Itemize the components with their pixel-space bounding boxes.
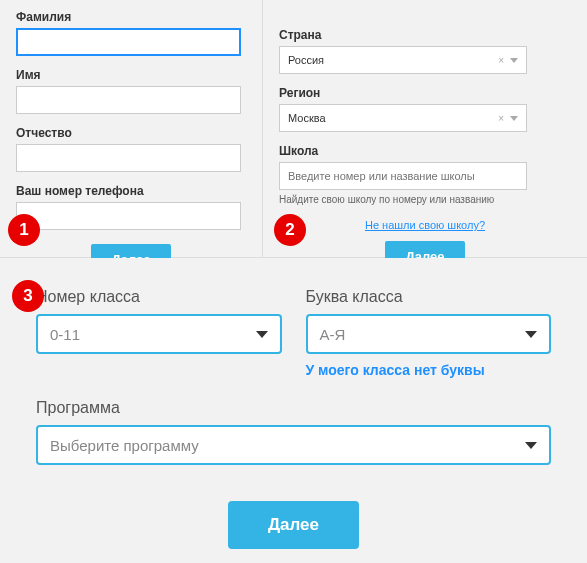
region-select[interactable]: Москва × bbox=[279, 104, 527, 132]
region-value: Москва bbox=[288, 112, 326, 124]
chevron-down-icon bbox=[510, 116, 518, 121]
last-name-label: Фамилия bbox=[16, 10, 246, 24]
school-label: Школа bbox=[279, 144, 571, 158]
class-number-select[interactable]: 0-11 bbox=[36, 314, 282, 354]
last-name-input[interactable] bbox=[16, 28, 241, 56]
phone-label: Ваш номер телефона bbox=[16, 184, 246, 198]
no-letter-link[interactable]: У моего класса нет буквы bbox=[306, 362, 485, 378]
patronymic-input[interactable] bbox=[16, 144, 241, 172]
school-hint: Найдите свою школу по номеру или названи… bbox=[279, 194, 571, 205]
region-label: Регион bbox=[279, 86, 571, 100]
program-label: Программа bbox=[36, 399, 551, 417]
school-not-found-link[interactable]: Не нашли свою школу? bbox=[365, 219, 485, 231]
panel-school-info: Страна Россия × Регион Москва × Школа bbox=[263, 0, 587, 257]
country-select[interactable]: Россия × bbox=[279, 46, 527, 74]
class-letter-value: А-Я bbox=[320, 326, 346, 343]
country-value: Россия bbox=[288, 54, 324, 66]
chevron-down-icon bbox=[256, 331, 268, 338]
chevron-down-icon bbox=[510, 58, 518, 63]
country-label: Страна bbox=[279, 28, 571, 42]
panel-personal-info: Фамилия Имя Отчество Ваш номер телефона … bbox=[0, 0, 263, 257]
first-name-label: Имя bbox=[16, 68, 246, 82]
chevron-down-icon bbox=[525, 442, 537, 449]
next-button-3[interactable]: Далее bbox=[228, 501, 359, 549]
panel-class-info: Номер класса 0-11 Буква класса А-Я У мое… bbox=[0, 258, 587, 563]
class-letter-select[interactable]: А-Я bbox=[306, 314, 552, 354]
school-input[interactable] bbox=[279, 162, 527, 190]
program-placeholder: Выберите программу bbox=[50, 437, 199, 454]
class-number-value: 0-11 bbox=[50, 326, 80, 343]
step-badge-1: 1 bbox=[8, 214, 40, 246]
clear-icon[interactable]: × bbox=[498, 113, 504, 124]
class-number-label: Номер класса bbox=[36, 288, 282, 306]
chevron-down-icon bbox=[525, 331, 537, 338]
patronymic-label: Отчество bbox=[16, 126, 246, 140]
class-letter-label: Буква класса bbox=[306, 288, 552, 306]
step-badge-2: 2 bbox=[274, 214, 306, 246]
clear-icon[interactable]: × bbox=[498, 55, 504, 66]
program-select[interactable]: Выберите программу bbox=[36, 425, 551, 465]
phone-input[interactable] bbox=[16, 202, 241, 230]
first-name-input[interactable] bbox=[16, 86, 241, 114]
step-badge-3: 3 bbox=[12, 280, 44, 312]
